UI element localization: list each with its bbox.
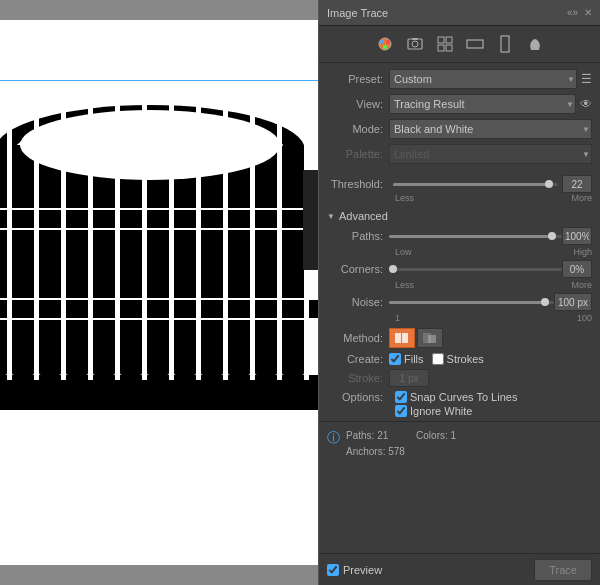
preset-menu-icon[interactable]: ☰ [581, 72, 592, 86]
corners-slider-track [389, 268, 562, 271]
svg-rect-49 [402, 333, 408, 343]
advanced-header[interactable]: ▼ Advanced [319, 207, 600, 225]
info-icon: ⓘ [327, 429, 340, 447]
stroke-value-input[interactable] [389, 369, 429, 387]
photo-button[interactable] [401, 32, 429, 56]
svg-point-37 [386, 40, 390, 44]
view-row: View: Tracing Result ▼ 👁 [327, 94, 592, 114]
rect-h-button[interactable] [461, 32, 489, 56]
svg-rect-43 [446, 37, 452, 43]
form-area: Preset: Custom ▼ ☰ View: Tracing Result … [319, 63, 600, 175]
trace-button[interactable]: Trace [534, 559, 592, 581]
preset-select-wrapper: Custom ▼ [389, 69, 577, 89]
corners-range-labels: Less More [327, 280, 592, 290]
strokes-checkbox[interactable] [432, 353, 444, 365]
threshold-row: Threshold: [327, 175, 592, 193]
advanced-triangle-icon: ▼ [327, 212, 335, 221]
rect-v-button[interactable] [491, 32, 519, 56]
threshold-value-input[interactable] [562, 175, 592, 193]
view-eye-icon[interactable]: 👁 [580, 97, 592, 111]
colors-stat-value: 1 [451, 430, 457, 441]
noise-slider-track [389, 301, 554, 304]
colors-stat-label: Colors: [416, 430, 448, 441]
method-abutting-button[interactable] [389, 328, 415, 348]
paths-value-input[interactable] [562, 227, 592, 245]
svg-rect-15 [0, 210, 318, 228]
palette-select[interactable]: Limited [389, 144, 592, 164]
stroke-label: Stroke: [327, 372, 389, 384]
mode-select[interactable]: Black and White [389, 119, 592, 139]
corners-slider[interactable] [389, 262, 562, 276]
method-overlapping-button[interactable] [417, 328, 443, 348]
fills-checkbox[interactable] [389, 353, 401, 365]
palette-row: Palette: Limited ▼ [327, 144, 592, 164]
mode-label: Mode: [327, 123, 389, 135]
svg-rect-51 [428, 335, 436, 343]
threshold-slider-fill [393, 183, 550, 186]
paths-row: Paths: [327, 227, 592, 245]
create-checkbox-group: Fills Strokes [389, 353, 484, 365]
close-icon[interactable]: ✕ [584, 7, 592, 18]
paths-slider-fill [389, 235, 553, 238]
svg-rect-48 [395, 333, 401, 343]
view-select[interactable]: Tracing Result [389, 94, 576, 114]
auto-color-button[interactable] [371, 32, 399, 56]
threshold-min-label: Less [395, 193, 414, 203]
svg-rect-23 [115, 105, 120, 380]
fills-label: Fills [404, 353, 424, 365]
noise-row: Noise: [327, 293, 592, 311]
strokes-checkbox-item: Strokes [432, 353, 484, 365]
options-label: Options: [327, 391, 389, 403]
canvas-area [0, 0, 318, 585]
stats-row: ⓘ Paths: 21 Colors: 1 Anchors: 578 [319, 421, 600, 466]
svg-rect-16 [0, 300, 318, 318]
paths-range-labels: Low High [327, 247, 592, 257]
anchors-stat-value: 578 [388, 446, 405, 457]
threshold-range-labels: Less More [327, 193, 592, 203]
preview-check: Preview [327, 564, 382, 576]
svg-rect-27 [223, 105, 228, 380]
toolbar-row [319, 26, 600, 63]
svg-rect-25 [169, 105, 174, 380]
fills-checkbox-item: Fills [389, 353, 424, 365]
create-label: Create: [327, 353, 389, 365]
silhouette-button[interactable] [521, 32, 549, 56]
preview-checkbox[interactable] [327, 564, 339, 576]
noise-label: Noise: [327, 296, 389, 308]
strokes-label: Strokes [447, 353, 484, 365]
palette-label: Palette: [327, 148, 389, 160]
preset-row: Preset: Custom ▼ ☰ [327, 69, 592, 89]
corners-max-label: More [571, 280, 592, 290]
preset-select[interactable]: Custom [389, 69, 577, 89]
canvas-inner [0, 20, 318, 565]
corners-value-input[interactable] [562, 260, 592, 278]
snap-curves-checkbox[interactable] [395, 391, 407, 403]
method-row: Method: [319, 328, 600, 348]
svg-rect-14 [282, 145, 304, 375]
svg-rect-42 [438, 37, 444, 43]
threshold-label: Threshold: [327, 178, 389, 190]
title-bar-left: Image Trace [327, 7, 388, 19]
paths-max-label: High [573, 247, 592, 257]
noise-value-input[interactable] [554, 293, 592, 311]
grid-button[interactable] [431, 32, 459, 56]
threshold-slider-track [393, 183, 558, 186]
svg-rect-4 [12, 145, 34, 375]
paths-slider[interactable] [389, 229, 562, 243]
paths-section: Paths: Low High Corners: [319, 225, 600, 328]
svg-rect-44 [438, 45, 444, 51]
double-arrow-icon[interactable]: «» [567, 7, 578, 18]
svg-rect-24 [142, 105, 147, 380]
preset-label: Preset: [327, 73, 389, 85]
svg-rect-41 [412, 38, 418, 40]
ignore-white-check: Ignore White [395, 405, 592, 417]
ignore-white-checkbox[interactable] [395, 405, 407, 417]
noise-slider[interactable] [389, 295, 554, 309]
snap-curves-label: Snap Curves To Lines [410, 391, 517, 403]
noise-max-label: 100 [577, 313, 592, 323]
view-label: View: [327, 98, 389, 110]
threshold-slider[interactable] [393, 177, 558, 191]
corners-min-label: Less [395, 280, 414, 290]
svg-point-40 [412, 41, 418, 47]
svg-rect-29 [277, 105, 282, 380]
